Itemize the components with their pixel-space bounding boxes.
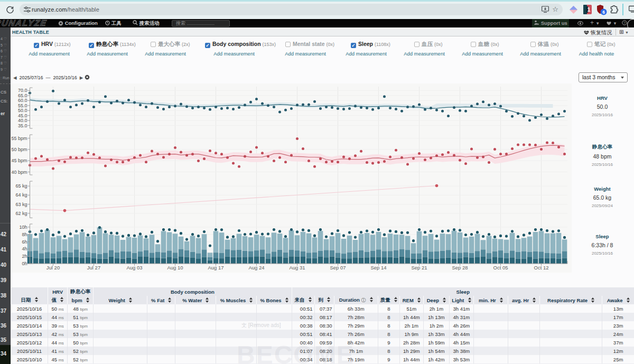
svg-text:10h: 10h [19, 225, 27, 230]
svg-text:Sep 28: Sep 28 [452, 265, 468, 270]
svg-text:55 bpm: 55 bpm [11, 136, 27, 141]
svg-text:50 bpm: 50 bpm [11, 147, 27, 152]
svg-text:60.0: 60.0 [18, 98, 27, 103]
svg-text:Aug 24: Aug 24 [248, 265, 264, 270]
svg-text:50.0: 50.0 [18, 108, 27, 113]
svg-text:0h: 0h [22, 261, 27, 266]
svg-text:64 kg: 64 kg [15, 192, 27, 198]
svg-text:Aug 31: Aug 31 [289, 265, 305, 270]
svg-text:63 kg: 63 kg [15, 202, 27, 207]
svg-text:2h: 2h [22, 254, 27, 259]
svg-text:Sep 21: Sep 21 [411, 265, 427, 270]
svg-text:6h: 6h [22, 239, 27, 245]
svg-text:Jul 27: Jul 27 [87, 265, 100, 270]
svg-text:Sep 07: Sep 07 [330, 265, 346, 270]
svg-text:40 bpm: 40 bpm [11, 170, 27, 175]
svg-text:Aug 17: Aug 17 [208, 265, 223, 270]
svg-text:4h: 4h [22, 246, 27, 251]
svg-text:Oct 05: Oct 05 [493, 265, 508, 270]
svg-text:62 kg: 62 kg [15, 211, 27, 216]
svg-text:35.0: 35.0 [18, 123, 27, 128]
svg-text:Aug 10: Aug 10 [167, 265, 183, 270]
svg-text:Jul 20: Jul 20 [46, 265, 60, 270]
svg-text:40.0: 40.0 [18, 118, 27, 123]
svg-text:?: ? [623, 21, 626, 25]
svg-text:65 kg: 65 kg [15, 183, 27, 189]
svg-text:1: 1 [587, 6, 590, 13]
svg-text:Sep 14: Sep 14 [370, 265, 386, 270]
svg-text:70.0: 70.0 [18, 88, 27, 93]
svg-text:8h: 8h [22, 232, 27, 237]
svg-text:Oct 12: Oct 12 [534, 265, 549, 270]
svg-text:Aug 03: Aug 03 [126, 265, 142, 270]
svg-text:45 bpm: 45 bpm [11, 158, 27, 163]
svg-text:6: 6 [602, 10, 605, 15]
